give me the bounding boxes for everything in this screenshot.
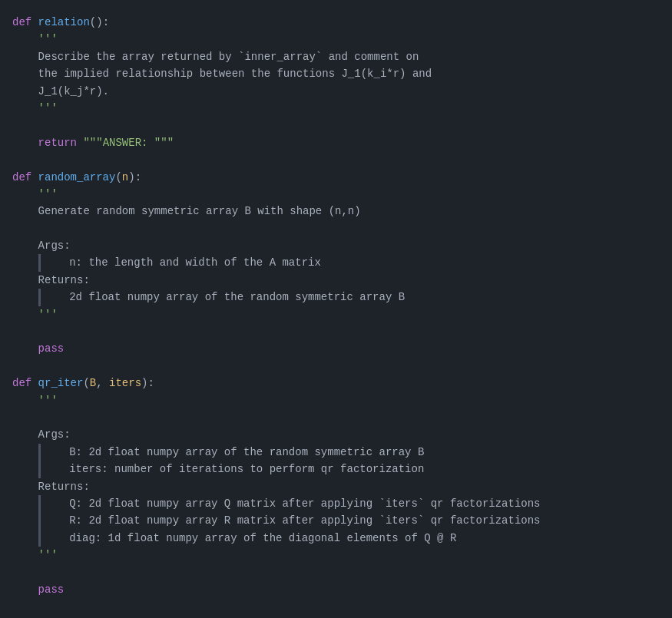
docstring-end2: ''': [12, 309, 58, 321]
param-n: n: [122, 171, 128, 183]
docstring-start: ''': [12, 33, 58, 45]
docstring-start3: ''': [12, 395, 58, 407]
code-block: def relation(): ''' Describe the array r…: [0, 8, 672, 604]
line-18: ''': [0, 306, 672, 323]
line-26: B: 2d float numpy array of the random sy…: [0, 444, 672, 461]
line-22: def qr_iter(B, iters):: [0, 375, 672, 392]
line-27: iters: number of iterations to perform q…: [0, 461, 672, 478]
line-34: pass: [0, 581, 672, 598]
line-21: [0, 358, 672, 375]
line-30: R: 2d float numpy array R matrix after a…: [0, 512, 672, 529]
line-1: def relation():: [0, 14, 672, 31]
docstring-end: ''': [12, 102, 58, 114]
line-5: J_1(k_j*r).: [0, 83, 672, 100]
line-19: [0, 323, 672, 340]
line-13: [0, 220, 672, 237]
docstring-end3: ''': [12, 549, 58, 561]
line-14: Args:: [0, 237, 672, 254]
paren6: ):: [141, 377, 154, 389]
keyword-return: return: [38, 137, 84, 149]
paren4: (: [83, 377, 89, 389]
line-6: ''': [0, 100, 672, 117]
paren2: (: [115, 171, 121, 183]
line-4: the implied relationship between the fun…: [0, 65, 672, 82]
paren5: ,: [96, 377, 109, 389]
line-31: diag: 1d float numpy array of the diagon…: [0, 530, 672, 547]
line-2: ''': [0, 31, 672, 48]
line-32: ''': [0, 547, 672, 563]
keyword-pass2: pass: [38, 583, 65, 596]
line-23: ''': [0, 392, 672, 409]
line-11: ''': [0, 186, 672, 203]
paren3: ):: [128, 171, 141, 183]
line-8: return """ANSWER: """: [0, 134, 672, 151]
keyword-def3: def: [12, 377, 38, 389]
line-7: [0, 117, 672, 134]
line-12: Generate random symmetric array B with s…: [0, 203, 672, 220]
keyword-def: def: [12, 16, 38, 28]
fn-relation: relation: [38, 16, 90, 28]
fn-random-array: random_array: [38, 171, 116, 183]
line-24: [0, 409, 672, 426]
keyword-def2: def: [12, 171, 38, 183]
line-15: n: the length and width of the A matrix: [0, 254, 672, 271]
line-10: def random_array(n):: [0, 169, 672, 186]
docstring-start2: ''': [12, 188, 58, 200]
line-3: Describe the array returned by `inner_ar…: [0, 48, 672, 65]
return-string: """ANSWER: """: [83, 137, 174, 149]
line-17: 2d float numpy array of the random symme…: [0, 289, 672, 306]
param-B: B: [90, 377, 96, 389]
line-28: Returns:: [0, 478, 672, 495]
line-25: Args:: [0, 426, 672, 443]
line-29: Q: 2d float numpy array Q matrix after a…: [0, 495, 672, 512]
param-iters: iters: [109, 377, 141, 389]
line-9: [0, 151, 672, 168]
keyword-pass1: pass: [38, 342, 65, 355]
paren: ():: [90, 16, 109, 28]
line-33: [0, 564, 672, 581]
line-16: Returns:: [0, 272, 672, 289]
line-20: pass: [0, 340, 672, 357]
fn-qr-iter: qr_iter: [38, 377, 84, 389]
